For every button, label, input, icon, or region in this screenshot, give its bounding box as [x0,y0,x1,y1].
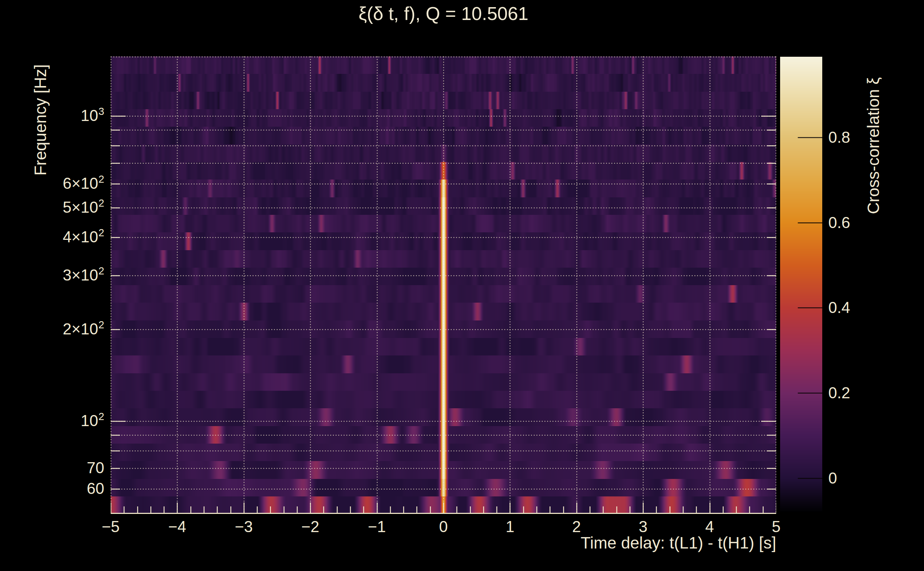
x-tick-label: 0 [439,518,448,536]
x-tick-label: 4 [705,518,714,536]
y-tick-label: 5×102 [63,198,104,216]
x-tick-label: −3 [235,518,253,536]
x-tick-label: −1 [368,518,386,536]
x-axis-title: Time delay: t(L1) - t(H1) [s] [581,533,776,552]
y-tick-label: 102 [81,412,104,430]
colorbar-tick-label: 0.2 [828,384,850,402]
exponent: 2 [99,227,104,238]
plot-title: ξ(δ t, f), Q = 10.5061 [358,3,528,24]
y-tick-label: 60 [87,480,104,497]
x-tick-label: −5 [102,518,120,536]
x-tick-label: 5 [772,518,780,536]
y-tick-label: 6×102 [63,174,104,192]
exponent: 2 [99,265,104,276]
x-tick-label: −2 [301,518,319,536]
y-tick-label: 70 [87,459,104,477]
colorbar-title: Cross-correlation ξ [864,77,883,214]
colorbar-tick-label: 0.4 [828,299,850,316]
x-tick-label: 3 [639,518,647,536]
exponent: 2 [99,198,104,209]
x-tick-label: −4 [168,518,186,536]
y-tick-label: 103 [81,107,104,125]
exponent: 3 [99,106,104,117]
y-tick-label: 2×102 [63,320,104,338]
colorbar-tick-label: 0 [828,469,837,487]
colorbar-canvas [780,57,822,511]
x-tick-label: 2 [572,518,581,536]
heatmap-canvas [111,56,776,514]
y-tick-label: 3×102 [63,266,104,284]
exponent: 2 [99,173,104,185]
figure-root: ξ(δ t, f), Q = 10.5061 Time delay: t(L1)… [0,0,924,571]
exponent: 2 [99,319,104,330]
y-axis-title: Frequency [Hz] [31,64,50,176]
y-tick-label: 4×102 [63,228,104,246]
colorbar-tick-label: 0.6 [828,214,850,231]
x-tick-label: 1 [505,518,514,536]
colorbar-tick-label: 0.8 [828,128,850,146]
exponent: 2 [99,411,104,422]
